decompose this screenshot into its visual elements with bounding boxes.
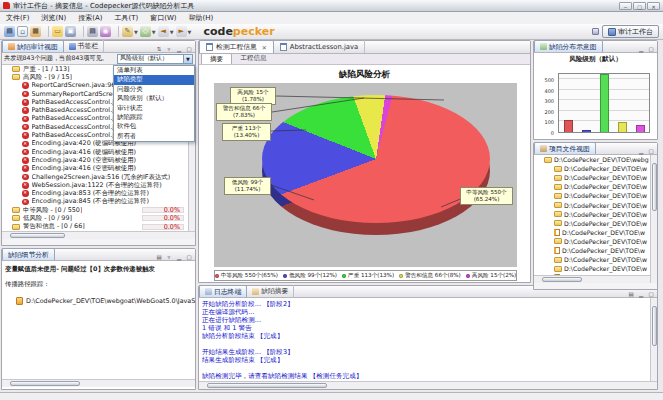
file-row[interactable]: D:\CodePecker_DEV\TOE\w [534,264,650,273]
tab-abstractlesson-java[interactable]: AbstractLesson.java [274,40,365,53]
tab-log-terminal[interactable]: 日志终端 [199,285,247,297]
log-minimize-icon[interactable]: ▁ [637,291,645,297]
group-by-combobox[interactable]: 风险级别（默认） ▼ [117,54,193,64]
dist-maximize-icon[interactable]: ▢ [647,46,655,52]
detail-export-icon[interactable]: ▤ [155,254,163,260]
file-row[interactable]: D:\CodePecker_DEV\TOE\w [534,228,650,237]
bar-ytick: 300 [544,98,554,104]
run-icon[interactable]: ◇ [140,26,151,37]
close-button[interactable]: ✕ [647,2,660,10]
dropdown-option[interactable]: 清单列表 [114,66,194,75]
file-root-row[interactable]: D:\CodePecker_DEV\TOE\webg [534,155,650,164]
defect-group-row[interactable]: 低风险 - [0 / 99] 0.0% [2,214,188,222]
pie-chart-title: 缺陷风险分析 [199,69,530,81]
tab-project-file-view[interactable]: 项目文件视图 [534,142,596,154]
tab-close-icon[interactable]: ✕ [262,44,267,51]
analyze-icon[interactable]: ✎ [122,26,133,37]
log-hscrollbar[interactable] [199,381,657,389]
dist-minimize-icon[interactable]: ▁ [637,46,645,52]
defect-row[interactable]: Encoding.java:420 (空密码被使用) [2,156,188,164]
file-row[interactable]: D:\CodePecker_DEV\TOE\w [534,200,650,209]
file-row[interactable]: D:\CodePecker_DEV\TOE\w [534,173,650,182]
detail-minimize-icon[interactable]: ▁ [175,254,183,260]
defect-group-row[interactable]: 警告和信息 - [0 / 66] 0.0% [2,223,188,231]
file-or-folder-icon [554,193,562,199]
file-row[interactable]: D:\CodePecker_DEV\TOE\w [534,164,650,173]
open-icon[interactable]: ▭ [52,26,63,37]
dropdown-option[interactable]: 审计状态 [114,104,194,113]
back-caret-icon[interactable]: ▼ [170,29,174,35]
dropdown-option[interactable]: 风险级别（默认） [114,94,194,103]
file-row[interactable]: D:\CodePecker_DEV\TOE\w [534,182,650,191]
dropdown-option[interactable]: 缺陷跟踪 [114,113,194,122]
tab-bookmarks[interactable]: 书签栏 [64,40,104,52]
file-row[interactable]: D:\CodePecker_DEV\TOE\w [534,210,650,219]
file-vscrollbar[interactable] [650,155,657,283]
file-row[interactable]: D:\CodePecker_DEV\TOE\w [534,237,650,246]
panel-minimize-icon[interactable]: ▁ [175,46,183,52]
menu-file[interactable]: 文件(F) [0,12,36,24]
defect-row[interactable]: Encoding.java:416 (硬编码被使用) [2,148,188,156]
tab-report-summary[interactable]: 检测工程信息 ✕ [199,40,274,53]
file-minimize-icon[interactable]: ▁ [637,148,645,154]
forward-caret-icon[interactable]: ▼ [188,29,192,35]
defect-row[interactable]: WebSession.java:1122 (不合理的位运算符) [2,181,188,189]
log-vscrollbar[interactable] [650,298,657,381]
combo-arrow-icon[interactable]: ▼ [183,55,192,63]
new-file-icon[interactable]: ▫ [17,26,28,37]
trace-path-row[interactable]: D:\CodePecker_DEV\TOE\webgoat\WebGoat5.0… [16,297,195,305]
analyze-caret-icon[interactable]: ▼ [134,29,138,35]
perspective-open-icon[interactable] [592,28,599,35]
back-icon[interactable]: ◄ [158,26,169,37]
run-caret-icon[interactable]: ▼ [152,29,156,35]
defect-row[interactable]: Challenge2Screen.java:516 (冗余的IF表达式) [2,173,188,181]
view-sort-icon[interactable]: ⇅ [155,46,163,52]
subtab-summary[interactable]: 摘要 [201,53,232,64]
defect-row[interactable]: Encoding.java:416 (空密码被使用) [2,165,188,173]
defect-row[interactable]: Encoding.java:853 (不合理的位运算符) [2,189,188,197]
file-row[interactable]: D:\CodePecker_DEV\TOE\w [534,255,650,264]
tab-distribution-chart[interactable]: 缺陷分布示意图 [534,40,603,52]
defect-tree-hscrollbar[interactable] [2,231,195,239]
dropdown-option[interactable]: 所有者 [114,132,194,141]
tab-defect-detail[interactable]: 缺陷细节分析 [2,248,55,260]
log-clear-icon[interactable]: ▤ [627,291,635,297]
save-icon[interactable]: ▣ [65,26,76,37]
print-icon[interactable]: ▤ [87,26,98,37]
perspective-audit-workbench[interactable]: 审计工作台 [602,25,659,38]
detail-hscrollbar[interactable] [2,379,195,387]
tab-defect-audit-view[interactable]: 缺陷审计视图 [2,40,64,52]
new-project-icon[interactable]: ▤ [4,26,15,37]
menu-search[interactable]: 搜索(A) [72,12,108,24]
file-row[interactable]: D:\CodePecker_DEV\TOE\w [534,246,650,255]
forward-icon[interactable]: ► [176,26,187,37]
view-menu-icon[interactable]: ▿ [165,46,173,52]
minimize-button[interactable]: ─ [619,2,632,10]
file-hscrollbar[interactable] [534,275,650,283]
bar-ytick: 400 [544,88,554,94]
file-or-folder-icon [554,211,562,217]
dropdown-option[interactable]: 问题分类 [114,85,194,94]
file-row[interactable]: D:\CodePecker_DEV\TOE\w [534,219,650,228]
menu-help[interactable]: 帮助(H) [183,12,220,24]
tab-defect-summary[interactable]: 缺陷摘要 [247,285,294,297]
scan-icon[interactable]: ◉ [100,26,111,37]
legend-item: 低风险 99个(12%) [283,272,337,280]
log-output[interactable]: 开始缺陷分析阶段... 【阶段2】 正在编译源代码... 正在进行缺陷检测...… [199,298,651,381]
dropdown-option[interactable]: 软件包 [114,122,194,131]
new-report-icon[interactable]: ▦ [30,26,41,37]
log-maximize-icon[interactable]: ▢ [647,291,655,297]
defect-group-row[interactable]: 中等风险 - [0 / 550] 0.0% [2,206,188,214]
file-row[interactable]: D:\CodePecker_DEV\TOE\w [534,191,650,200]
panel-maximize-icon[interactable]: ▢ [185,46,193,52]
defect-row[interactable]: Encoding.java:845 (不合理的位运算符) [2,198,188,206]
menu-navigate[interactable]: 浏览(N) [36,12,73,24]
dropdown-option[interactable]: 缺陷类型 [114,75,194,84]
maximize-button[interactable]: □ [633,2,646,10]
subtab-project-info[interactable]: 工程信息 [232,53,274,64]
menu-window[interactable]: 窗口(W) [144,12,182,24]
detail-menu-icon[interactable]: ▿ [165,254,173,260]
menu-tools[interactable]: 工具(T) [108,12,144,24]
file-maximize-icon[interactable]: ▢ [647,148,655,154]
detail-maximize-icon[interactable]: ▢ [185,254,193,260]
